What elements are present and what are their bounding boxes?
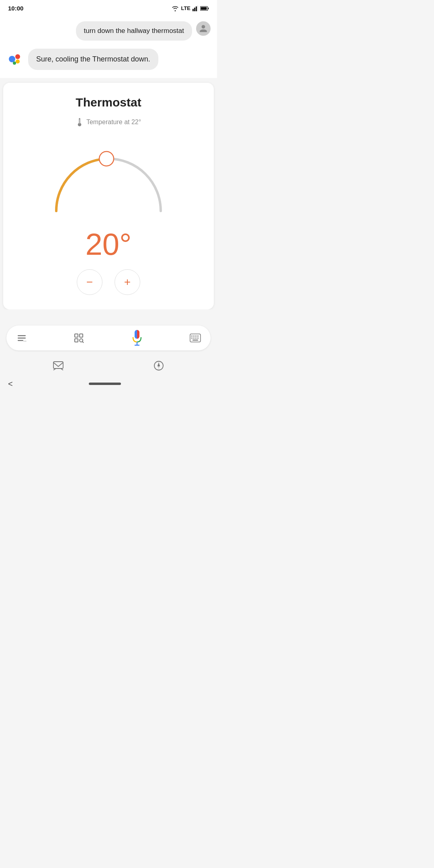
menu-icon[interactable] bbox=[14, 331, 29, 345]
svg-rect-3 bbox=[197, 6, 198, 11]
mic-icon[interactable] bbox=[129, 330, 145, 346]
thermostat-card: Thermostat Temperature at 22° 20° − + bbox=[3, 83, 214, 309]
svg-point-23 bbox=[80, 339, 83, 342]
user-avatar-icon bbox=[199, 24, 208, 33]
svg-rect-5 bbox=[208, 8, 209, 9]
message-icon[interactable] bbox=[51, 358, 66, 373]
svg-point-9 bbox=[16, 59, 20, 63]
user-avatar bbox=[196, 21, 211, 36]
chat-area: turn down the hallway thermostat Sure, c bbox=[0, 15, 217, 78]
nav-bar bbox=[0, 354, 217, 376]
thermometer-icon bbox=[76, 117, 83, 127]
svg-rect-32 bbox=[191, 336, 192, 337]
input-bar bbox=[6, 326, 211, 350]
thermostat-title: Thermostat bbox=[13, 96, 204, 109]
minus-label: − bbox=[86, 276, 93, 289]
temp-display: 20° bbox=[13, 229, 204, 260]
svg-point-14 bbox=[99, 151, 114, 166]
svg-rect-39 bbox=[197, 338, 199, 339]
increase-temp-button[interactable]: + bbox=[115, 269, 140, 295]
home-indicator-row: < bbox=[0, 376, 217, 393]
user-message-bubble: turn down the hallway thermostat bbox=[76, 21, 192, 41]
svg-rect-6 bbox=[201, 7, 207, 10]
svg-point-19 bbox=[25, 340, 27, 342]
compass-icon[interactable] bbox=[151, 358, 166, 373]
svg-rect-41 bbox=[53, 362, 63, 368]
svg-rect-1 bbox=[194, 8, 195, 11]
svg-marker-46 bbox=[158, 362, 160, 365]
keyboard-icon[interactable] bbox=[188, 331, 203, 345]
thermostat-dial bbox=[48, 137, 169, 217]
svg-rect-20 bbox=[75, 334, 78, 337]
svg-rect-37 bbox=[193, 338, 194, 339]
signal-icon bbox=[192, 6, 198, 11]
svg-rect-13 bbox=[79, 119, 80, 123]
svg-rect-21 bbox=[80, 334, 83, 337]
svg-marker-47 bbox=[158, 366, 160, 369]
user-message-row: turn down the hallway thermostat bbox=[6, 21, 211, 41]
battery-icon bbox=[200, 6, 209, 11]
decrease-temp-button[interactable]: − bbox=[77, 269, 102, 295]
svg-line-24 bbox=[82, 342, 84, 343]
scan-icon[interactable] bbox=[72, 331, 86, 345]
temp-label-row: Temperature at 22° bbox=[13, 117, 204, 127]
back-button[interactable]: < bbox=[8, 379, 13, 389]
wifi-icon bbox=[172, 6, 179, 11]
svg-rect-34 bbox=[195, 336, 197, 337]
svg-point-18 bbox=[24, 340, 25, 342]
svg-point-10 bbox=[13, 61, 16, 65]
status-bar: 10:00 LTE bbox=[0, 0, 217, 15]
svg-rect-36 bbox=[191, 338, 192, 339]
user-message-text: turn down the hallway thermostat bbox=[84, 27, 184, 35]
status-icons: LTE bbox=[172, 5, 209, 11]
controls-row: − + bbox=[13, 269, 204, 295]
svg-rect-2 bbox=[196, 6, 197, 11]
assistant-message-bubble: Sure, cooling the Thermostat down. bbox=[28, 49, 158, 70]
bottom-area: < bbox=[0, 309, 217, 393]
svg-rect-40 bbox=[192, 340, 198, 341]
svg-rect-33 bbox=[193, 336, 194, 337]
google-assistant-logo bbox=[6, 50, 24, 68]
home-pill[interactable] bbox=[89, 383, 121, 385]
temp-label-text: Temperature at 22° bbox=[86, 119, 141, 126]
plus-label: + bbox=[124, 276, 131, 289]
svg-rect-16 bbox=[18, 338, 26, 339]
svg-rect-15 bbox=[18, 335, 26, 336]
svg-rect-38 bbox=[195, 338, 197, 339]
svg-rect-35 bbox=[197, 336, 199, 337]
assistant-message-text: Sure, cooling the Thermostat down. bbox=[36, 55, 150, 63]
lte-label: LTE bbox=[181, 5, 190, 11]
status-time: 10:00 bbox=[8, 5, 23, 12]
svg-point-7 bbox=[9, 56, 15, 62]
svg-rect-17 bbox=[18, 340, 23, 341]
svg-rect-22 bbox=[75, 339, 78, 342]
svg-point-8 bbox=[15, 54, 20, 59]
assistant-row: Sure, cooling the Thermostat down. bbox=[6, 49, 211, 70]
svg-rect-0 bbox=[192, 9, 194, 11]
